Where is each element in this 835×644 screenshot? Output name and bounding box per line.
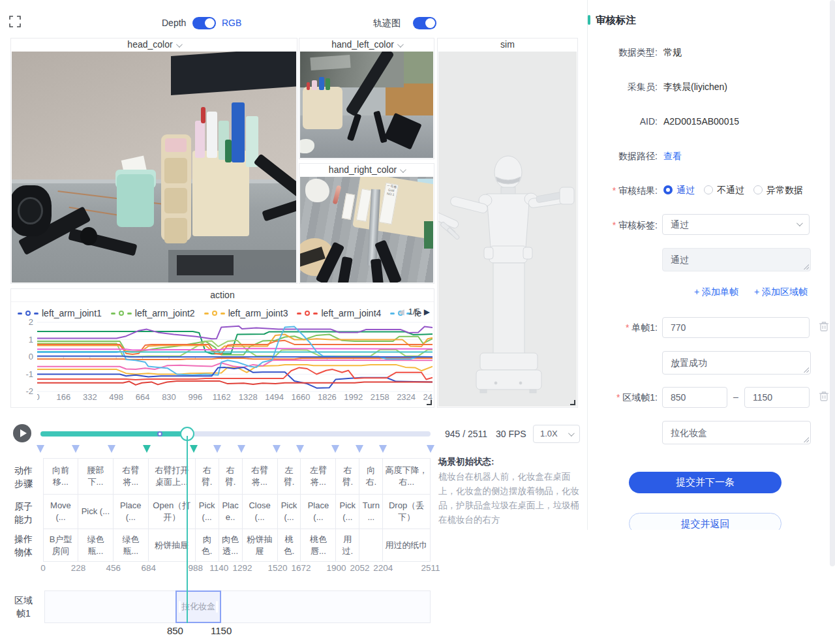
table-cell[interactable]: 右臂. xyxy=(196,458,219,495)
table-cell[interactable]: Move (... xyxy=(43,495,78,529)
timeline-marker-icon[interactable] xyxy=(190,445,198,453)
timeline-marker-icon[interactable] xyxy=(37,445,44,453)
timeline-marker-icon[interactable] xyxy=(427,445,434,453)
table-cell[interactable]: 粉饼抽屉 xyxy=(243,529,278,562)
region-frame-track[interactable]: 拉化妆盒 xyxy=(44,590,431,623)
timeline-slider[interactable] xyxy=(40,431,431,437)
delete-region-frame-icon[interactable] xyxy=(819,391,829,402)
trajectory-toggle[interactable] xyxy=(413,17,436,29)
table-cell[interactable]: B户型房间 xyxy=(43,529,78,562)
hand-right-camera-title[interactable]: hand_right_color xyxy=(299,164,434,177)
table-cell[interactable]: 右臂打开桌面上... xyxy=(149,458,196,495)
table-cell[interactable] xyxy=(359,529,383,562)
radio-option[interactable]: 不通过 xyxy=(704,185,744,195)
chart-legend: left_arm_joint1 left_arm_joint2 left_arm… xyxy=(18,306,421,320)
region-start-input[interactable]: 850 xyxy=(662,387,727,408)
table-cell[interactable]: 肉色. xyxy=(196,529,219,562)
depth-rgb-toggle[interactable] xyxy=(192,17,216,29)
table-cell[interactable]: Pick (... xyxy=(278,495,301,529)
review-tag-select[interactable]: 通过 xyxy=(662,214,810,235)
pager-prev-icon[interactable]: ◀ xyxy=(398,307,404,316)
table-row: 向前移...腰部下...右臂将...右臂打开桌面上...右臂.右臂.右臂将...… xyxy=(43,458,431,495)
table-cell[interactable]: 用过. xyxy=(336,529,359,562)
timeline-marker-icon[interactable] xyxy=(237,445,245,453)
timeline-marker-icon[interactable] xyxy=(296,445,304,453)
table-cell[interactable]: 向右. xyxy=(359,458,383,495)
radio-icon[interactable] xyxy=(704,185,713,194)
table-cell[interactable]: 桃色唇... xyxy=(301,529,336,562)
playhead-line[interactable] xyxy=(187,436,188,623)
submit-next-button[interactable]: 提交并下一条 xyxy=(629,472,782,493)
resize-handle-icon[interactable] xyxy=(570,400,575,405)
legend-item[interactable]: left_arm_joint4 xyxy=(297,308,381,318)
region-frame-box[interactable]: 拉化妆盒 xyxy=(175,590,221,623)
table-cell[interactable]: Drop（丢下） xyxy=(383,495,431,529)
table-cell[interactable]: 用过的纸巾 xyxy=(383,529,431,562)
sim-viewport[interactable] xyxy=(438,52,577,406)
table-cell[interactable]: 左臂将... xyxy=(301,458,336,495)
table-cell[interactable]: 右臂. xyxy=(336,458,359,495)
radio-icon[interactable] xyxy=(753,185,763,194)
add-single-frame-link[interactable]: + 添加单帧 xyxy=(694,286,738,298)
field-label: 数据类型: xyxy=(588,47,658,59)
scrollbar[interactable] xyxy=(830,0,835,566)
table-cell[interactable]: Place (... xyxy=(301,495,336,529)
review-tag-note[interactable]: 通过 xyxy=(662,248,811,271)
table-cell[interactable]: 右臂将... xyxy=(243,458,278,495)
table-cell[interactable]: Open（打开） xyxy=(149,495,196,529)
table-cell[interactable]: Close (... xyxy=(243,495,278,529)
radio-option[interactable]: 通过 xyxy=(663,185,695,195)
region-drag-handle-right[interactable] xyxy=(216,601,218,613)
timeline-marker-icon[interactable] xyxy=(213,445,221,453)
table-cell[interactable]: Turn... xyxy=(359,495,383,529)
speed-select[interactable]: 1.0X xyxy=(533,425,580,443)
legend-item[interactable]: left_arm_joint2 xyxy=(111,308,195,318)
table-cell[interactable]: 绿色瓶... xyxy=(78,529,114,562)
region-drag-handle-left[interactable] xyxy=(179,601,181,613)
delete-single-frame-icon[interactable] xyxy=(819,321,829,332)
timeline-marker-icon[interactable] xyxy=(72,445,80,453)
table-cell[interactable]: 右臂将... xyxy=(114,458,149,495)
table-cell[interactable]: Pick (... xyxy=(336,495,359,529)
hand-left-camera-title[interactable]: hand_left_color xyxy=(299,38,434,52)
table-cell[interactable]: Place.. xyxy=(219,495,243,529)
table-cell[interactable]: 肉色透... xyxy=(219,529,243,562)
add-region-frame-link[interactable]: + 添加区域帧 xyxy=(754,286,808,298)
play-button[interactable] xyxy=(13,424,31,442)
table-cell[interactable]: 右臂. xyxy=(219,458,243,495)
timeline-marker-icon[interactable] xyxy=(143,445,151,453)
table-cell[interactable]: 粉饼抽屉 xyxy=(149,529,196,562)
resize-grip-icon[interactable] xyxy=(803,437,809,442)
table-cell[interactable]: 高度下降，右... xyxy=(383,458,431,495)
data-path-link[interactable]: 查看 xyxy=(663,151,682,162)
radio-icon[interactable] xyxy=(663,185,673,194)
timeline-marker-icon[interactable] xyxy=(379,445,387,453)
head-camera-title[interactable]: head_color xyxy=(11,38,297,52)
fullscreen-icon[interactable] xyxy=(9,16,21,27)
resize-handle-icon[interactable] xyxy=(427,400,432,405)
resize-grip-icon[interactable] xyxy=(803,264,809,269)
region-end-input[interactable]: 1150 xyxy=(744,387,810,408)
action-line-chart[interactable] xyxy=(37,320,433,393)
timeline-marker-icon[interactable] xyxy=(331,445,339,453)
table-cell[interactable]: 桃色. xyxy=(278,529,301,562)
legend-item[interactable]: left_arm_joint3 xyxy=(204,308,288,318)
table-cell[interactable]: Pick (... xyxy=(196,495,219,529)
radio-option[interactable]: 异常数据 xyxy=(753,185,803,195)
region-frame-note[interactable]: 拉化妆盒 xyxy=(662,421,811,444)
single-frame-input[interactable]: 770 xyxy=(662,317,810,338)
submit-return-button[interactable]: 提交并返回 xyxy=(629,513,782,530)
pager-next-icon[interactable]: ▶ xyxy=(424,307,430,316)
timeline-marker-icon[interactable] xyxy=(356,445,363,453)
table-cell[interactable]: 绿色瓶... xyxy=(114,529,149,562)
table-cell[interactable]: Place (... xyxy=(114,495,149,529)
resize-grip-icon[interactable] xyxy=(803,367,809,373)
frame-counter: 945 / 2511 xyxy=(445,429,487,439)
table-cell[interactable]: Pick (... xyxy=(78,495,114,529)
table-cell[interactable]: 腰部下... xyxy=(78,458,114,495)
table-cell[interactable]: 向前移... xyxy=(43,458,78,495)
table-cell[interactable]: 左臂. xyxy=(278,458,301,495)
single-frame-note[interactable]: 放置成功 xyxy=(662,351,811,375)
timeline-marker-icon[interactable] xyxy=(108,445,115,453)
timeline-marker-icon[interactable] xyxy=(273,445,281,453)
